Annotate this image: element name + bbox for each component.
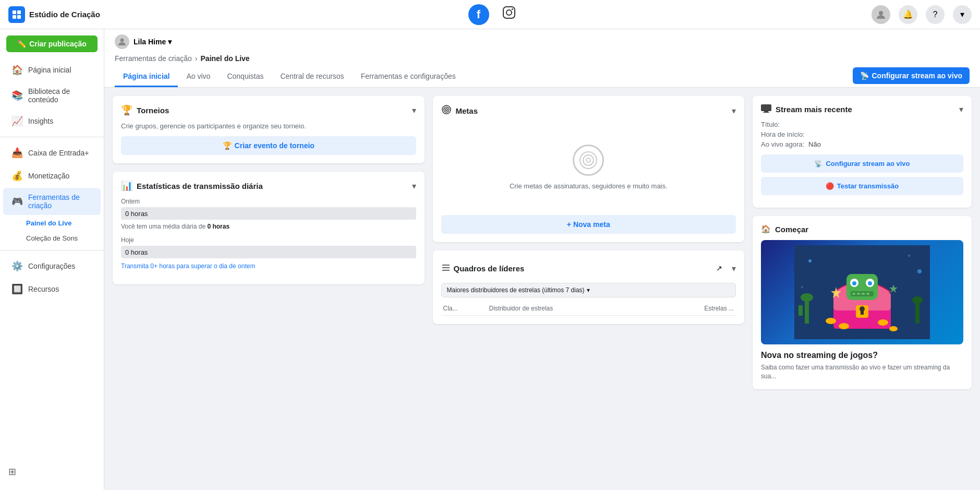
metas-card: Metas ▾ Crie metas de assinaturas, <box>433 96 745 242</box>
sidebar-item-creative-tools[interactable]: 🎮 Ferramentas de criação <box>3 188 101 215</box>
sidebar-item-insights[interactable]: 📈 Insights <box>3 110 101 132</box>
yesterday-label: Ontem <box>121 198 416 205</box>
leaderboard-collapse-button[interactable]: ▾ <box>732 264 736 273</box>
sub-nav-right: 📡 Configurar stream ao vivo <box>853 67 970 87</box>
leaderboard-header: Quadros de líderes ↗ ▾ <box>441 259 736 278</box>
yesterday-value: 0 horas <box>125 210 148 218</box>
leaderboard-title: Quadros de líderes <box>441 263 525 274</box>
stream-collapse-button[interactable]: ▾ <box>959 104 963 114</box>
inbox-icon: 📥 <box>11 147 23 159</box>
app-body: ✏️ Criar publicação 🏠 Página inicial 📚 B… <box>0 29 980 490</box>
breadcrumb-parent[interactable]: Ferramentas de criação <box>115 54 192 63</box>
sidebar-item-monetization[interactable]: 💰 Monetização <box>3 165 101 187</box>
leaderboard-table-header: Cla... Distribuidor de estrelas Estrelas… <box>441 302 736 316</box>
sub-header: Lila Hime ▾ Ferramentas de criação › Pai… <box>104 29 980 88</box>
nav-center: f <box>113 4 872 25</box>
stream-actions: 📡 Configurar stream ao vivo 🔴 Testar tra… <box>761 154 963 195</box>
leaderboard-dropdown-chevron: ▾ <box>587 286 590 294</box>
sidebar-item-library[interactable]: 📚 Biblioteca de conteúdo <box>3 82 101 109</box>
create-tournament-button[interactable]: 🏆 Criar evento de torneio <box>121 136 416 155</box>
sidebar-sub-item-live-panel[interactable]: Painel do Live <box>3 216 101 230</box>
sidebar-toggle-button[interactable]: ⊞ <box>8 466 16 477</box>
metas-empty-state: Crie metas de assinaturas, seguidores e … <box>441 124 736 211</box>
sidebar: ✏️ Criar publicação 🏠 Página inicial 📚 B… <box>0 29 104 490</box>
start-section-card: 🏠 Começar <box>753 216 972 389</box>
metas-collapse-button[interactable]: ▾ <box>732 106 736 116</box>
trophy-icon: 🏆 <box>121 104 132 116</box>
svg-point-13 <box>583 155 594 165</box>
sidebar-divider-1 <box>0 137 104 137</box>
facebook-icon[interactable]: f <box>468 4 489 25</box>
stream-test-button[interactable]: 🔴 Testar transmissão <box>761 177 963 195</box>
svg-point-11 <box>445 109 447 111</box>
notifications-button[interactable]: 🔔 <box>899 5 917 24</box>
tab-resources-center[interactable]: Central de recursos <box>272 67 352 87</box>
col-stars-header: Estrelas ... <box>654 302 736 316</box>
stats-collapse-button[interactable]: ▾ <box>412 181 416 191</box>
svg-point-44 <box>889 326 898 331</box>
tab-home[interactable]: Página inicial <box>115 67 178 87</box>
svg-point-42 <box>839 323 849 329</box>
svg-point-7 <box>879 11 883 15</box>
torneios-collapse-button[interactable]: ▾ <box>412 105 416 115</box>
svg-rect-1 <box>17 10 21 14</box>
create-publication-button[interactable]: ✏️ Criar publicação <box>6 35 98 52</box>
svg-rect-49 <box>798 305 803 316</box>
breadcrumb-separator: › <box>195 54 198 63</box>
svg-rect-0 <box>13 10 16 14</box>
stream-card-title: Stream mais recente <box>761 104 852 114</box>
sidebar-sub-item-sound[interactable]: Coleção de Sons <box>3 231 101 245</box>
svg-point-22 <box>808 259 812 262</box>
tab-live[interactable]: Ao vivo <box>178 67 219 87</box>
stream-configure-button[interactable]: 📡 Configurar stream ao vivo <box>761 154 963 173</box>
dropdown-button[interactable]: ▾ <box>953 5 972 24</box>
edit-icon: ✏️ <box>17 40 26 48</box>
svg-rect-37 <box>852 293 855 295</box>
sidebar-divider-2 <box>0 250 104 250</box>
start-home-icon: 🏠 <box>761 224 771 234</box>
instagram-icon[interactable] <box>502 5 516 23</box>
stream-card: Stream mais recente ▾ Título: Hora de in… <box>753 96 972 208</box>
nav-right: 🔔 ? ▾ <box>872 5 972 24</box>
leaderboard-card: Quadros de líderes ↗ ▾ Maiores distribui… <box>433 250 745 324</box>
right-panel: Stream mais recente ▾ Título: Hora de in… <box>753 96 972 389</box>
tab-tools[interactable]: Ferramentas e configurações <box>353 67 464 87</box>
svg-rect-18 <box>761 104 771 111</box>
brand: Estúdio de Criação <box>8 6 113 23</box>
tab-conquests[interactable]: Conquistas <box>219 67 272 87</box>
svg-point-23 <box>908 255 910 257</box>
configure-stream-button[interactable]: 📡 Configurar stream ao vivo <box>853 67 970 84</box>
top-nav: Estúdio de Criação f 🔔 ? ▾ <box>0 0 980 29</box>
svg-point-48 <box>801 293 813 302</box>
leaderboard-icon <box>441 263 451 274</box>
sidebar-item-home[interactable]: 🏠 Página inicial <box>3 59 101 81</box>
sub-header-top: Lila Hime ▾ <box>115 29 970 52</box>
sidebar-item-resources[interactable]: 🔲 Recursos <box>3 278 101 300</box>
leaderboard-external-link-button[interactable]: ↗ <box>710 259 729 278</box>
home-icon: 🏠 <box>11 64 23 76</box>
today-label: Hoje <box>121 236 416 244</box>
svg-rect-30 <box>861 310 864 315</box>
col-distributor-header: Distribuidor de estrelas <box>487 302 654 316</box>
torneios-card: 🏆 Torneios ▾ Crie grupos, gerencie os pa… <box>113 96 425 163</box>
monetization-icon: 💰 <box>11 170 23 182</box>
svg-point-25 <box>801 286 803 288</box>
help-button[interactable]: ? <box>926 5 945 24</box>
target-icon <box>441 104 452 117</box>
start-section-title: 🏠 Começar <box>761 224 963 234</box>
sub-nav-container: Página inicial Ao vivo Conquistas Centra… <box>115 63 970 87</box>
leaderboard-filter-dropdown[interactable]: Maiores distribuidores de estrelas (últi… <box>441 283 736 297</box>
col-class-header: Cla... <box>441 302 487 316</box>
stats-icon: 📊 <box>121 180 132 192</box>
svg-point-35 <box>868 281 872 285</box>
new-meta-button[interactable]: + Nova meta <box>441 215 736 234</box>
svg-point-14 <box>586 158 590 162</box>
user-name-button[interactable]: Lila Hime ▾ <box>134 38 172 46</box>
stats-card-header: 📊 Estatísticas de transmissão diária ▾ <box>121 180 416 192</box>
sidebar-item-inbox[interactable]: 📥 Caixa de Entrada+ <box>3 142 101 164</box>
stats-card-title: 📊 Estatísticas de transmissão diária <box>121 180 263 192</box>
sidebar-item-settings[interactable]: ⚙️ Configurações <box>3 255 101 277</box>
insights-icon: 📈 <box>11 115 23 127</box>
user-avatar[interactable] <box>872 5 890 24</box>
transmit-hint: Transmita 0+ horas para superar o dia de… <box>121 262 416 270</box>
